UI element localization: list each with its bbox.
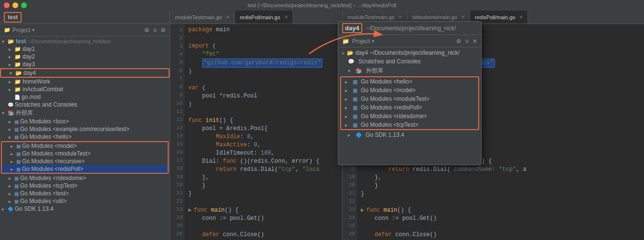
module-icon-hello: ▦: [14, 134, 19, 140]
tree-label-mod-model: Go Modules <model>: [22, 143, 77, 149]
code-line-19: },: [188, 174, 338, 182]
folder-icon-inactualcombat: 📁: [14, 86, 21, 93]
popup-extlib-arrow: [348, 68, 354, 73]
popup-item-go-sdk[interactable]: 🔷 Go SDK 1.13.4: [338, 131, 481, 139]
tree-label-homework: homeWork: [23, 78, 50, 85]
module-icon-model: ▦: [16, 144, 21, 149]
tree-item-mod-moduletest[interactable]: ▦ Go Modules <moduleTest>: [2, 150, 168, 157]
tree-item-mod-model[interactable]: ▦ Go Modules <model>: [2, 142, 168, 150]
tree-label-mod-ridesdome: Go Modules <ridesdome>: [20, 175, 86, 181]
popup-close-icon[interactable]: ✕: [472, 38, 477, 45]
sidebar-title: test: [8, 14, 18, 21]
popup-item-mod-ridesdome[interactable]: ▦ Go Modules <ridesdome>: [341, 112, 478, 120]
project-label: Project: [12, 27, 30, 34]
arrow-mod-moduletest: [11, 151, 16, 156]
close-button[interactable]: [4, 2, 10, 8]
right-tab-close-redispoll[interactable]: ✕: [519, 14, 523, 20]
arrow-mod-example: [9, 127, 14, 132]
tree-item-mod-util[interactable]: ▦ Go Modules <util>: [0, 197, 170, 205]
tree-item-go-sdk[interactable]: 🔷 Go SDK 1.13.4: [0, 205, 170, 213]
popup-item-mod-redispoll[interactable]: ▦ Go Modules <redisPoll>: [341, 103, 478, 112]
popup-settings-icon[interactable]: ⚙: [456, 38, 461, 45]
tree-item-scratches[interactable]: 💬 Scratches and Consoles: [0, 101, 170, 108]
popup-scratches-label: Scratches and Consoles: [358, 58, 421, 65]
settings-icon[interactable]: ⚙: [144, 27, 150, 34]
tree-item-test-root[interactable]: 📂 test ~/Documents/project/learning_nick…: [0, 37, 170, 45]
tab-moduletest-main[interactable]: moduleTest/main.go ✕: [170, 11, 235, 24]
main-layout: test 📁 Project ▾ ⚙ ≡ ⚙ 📂 test ~/Document…: [0, 11, 644, 240]
right-tab-close-moduletest[interactable]: ✕: [398, 14, 402, 20]
popup-item-mod-tcptest[interactable]: ▦ Go Modules <tcpTest>: [341, 120, 478, 129]
project-bar: 📁 Project ▾ ⚙ ≡ ⚙: [0, 24, 170, 36]
tree-item-mod-example[interactable]: ▦ Go Modules <example.com/recursive/test…: [0, 125, 170, 133]
popup-sort-icon[interactable]: ≡: [465, 38, 469, 45]
minimize-button[interactable]: [12, 2, 18, 8]
popup-module-icon-hello: ▦: [353, 79, 357, 85]
tree-label-inactualcombat: inActualCombat: [23, 86, 63, 93]
folder-icon-day1: 📁: [14, 46, 21, 52]
tree-item-mod-hello[interactable]: ▦ Go Modules <hello>: [0, 133, 170, 141]
arrow-mod-box: [9, 119, 14, 124]
tree-label-mod-hello: Go Modules <hello>: [20, 133, 71, 140]
popup-header: day4 ~/Documents/project/learning_nick/: [338, 22, 481, 35]
right-tab-label-moduletest: moduleTest/main.go: [347, 14, 394, 20]
tree-label-mod-redispoll: Go Modules <redisPoll>: [22, 166, 83, 172]
arrow-homework: [9, 79, 14, 84]
tree-item-mod-recursive[interactable]: ▦ Go Modules <recursive>: [2, 157, 168, 165]
file-icon-gomod: 📄: [14, 95, 20, 100]
tree-item-mod-ridesdome[interactable]: ▦ Go Modules <ridesdome>: [0, 174, 170, 182]
arrow-mod-test: [9, 191, 14, 196]
tree-item-day1[interactable]: 📁 day1: [0, 45, 170, 53]
popup-dropdown-arrow[interactable]: ▾: [372, 38, 374, 44]
right-tab-close-ridesdome[interactable]: ✕: [461, 14, 465, 20]
popup-item-mod-hello[interactable]: ▦ Go Modules <hello>: [341, 77, 478, 86]
code-line-6: ): [188, 68, 338, 76]
tree-item-mod-tcptest[interactable]: ▦ Go Modules <tcpTest>: [0, 182, 170, 190]
module-icon-ridesdome: ▦: [14, 176, 19, 181]
folder-icon-test: 📂: [8, 38, 14, 45]
code-line-25: [188, 223, 338, 231]
code-line-20: }: [188, 182, 338, 190]
tree-item-mod-test[interactable]: ▦ Go Modules <test>: [0, 190, 170, 197]
tree-item-day3[interactable]: 📁 day3: [0, 60, 170, 68]
editor-container: day4 ~/Documents/project/learning_nick/ …: [170, 11, 644, 240]
popup-item-scratches[interactable]: 💬 Scratches and Consoles: [338, 57, 481, 66]
tree-item-inactualcombat[interactable]: 📁 inActualCombat: [0, 85, 170, 93]
code-line-1: package main: [188, 26, 338, 34]
arrow-mod-redispoll: [11, 167, 16, 172]
maximize-button[interactable]: [21, 2, 27, 8]
tab-close-redispoll[interactable]: ✕: [284, 14, 288, 20]
tree-item-mod-box[interactable]: ▦ Go Modules <box>: [0, 118, 170, 125]
tree-item-day2[interactable]: 📁 day2: [0, 53, 170, 60]
folder-icon-day3: 📁: [14, 61, 21, 68]
arrow-day3: [9, 62, 14, 67]
tab-redispoll-main[interactable]: redisPoll/main.go ✕: [235, 11, 293, 24]
tree-item-extlib[interactable]: 📚 外部库: [0, 108, 170, 118]
tree-label-test: test: [16, 38, 26, 45]
popup-item-root[interactable]: ▸ 📂 day4 ~/Documents/project/learning_ni…: [338, 48, 481, 57]
tree-item-day4[interactable]: 📂 day4: [0, 68, 170, 78]
arrow-day1: [9, 47, 14, 52]
popup-item-mod-moduletest[interactable]: ▦ Go Modules <moduleTest>: [341, 95, 478, 103]
popup-item-mod-model[interactable]: ▦ Go Modules <model>: [341, 86, 478, 95]
tree-item-mod-redispoll[interactable]: ▦ Go Modules <redisPoll>: [2, 165, 168, 173]
code-content: package main import ( "fmt" "github.com/…: [184, 24, 342, 240]
folder-icon-day4: 📂: [15, 70, 22, 76]
tree-item-homework[interactable]: 📁 homeWork: [0, 78, 170, 85]
title-bar-text: test [~/Documents/project/learning_nick/…: [248, 2, 396, 8]
code-line-15: MaxActive: 0,: [188, 141, 338, 149]
gear-icon[interactable]: ⚙: [161, 27, 166, 34]
right-code-line-19: },: [361, 174, 640, 182]
popup-tree: ▸ 📂 day4 ~/Documents/project/learning_ni…: [338, 48, 481, 165]
editor-panel: moduleTest/main.go ✕ redisPoll/main.go ✕…: [170, 11, 343, 240]
arrow-mod-hello: [9, 134, 14, 140]
right-tab-label-ridesdome: ridesdome/main.go: [412, 14, 457, 20]
project-tree: 📂 test ~/Documents/project/learning_nick…: [0, 36, 170, 240]
popup-root-label: day4 ~/Documents/project/learning_nick/: [356, 49, 460, 56]
module-icon-moduletest: ▦: [16, 151, 21, 156]
tree-item-gomod[interactable]: 📄 go.mod: [0, 93, 170, 101]
tab-close-moduletest[interactable]: ✕: [226, 14, 230, 20]
sort-icon[interactable]: ≡: [153, 27, 157, 34]
popup-item-extlib[interactable]: 📚 外部库: [338, 66, 481, 76]
project-dropdown-arrow[interactable]: ▾: [32, 27, 34, 33]
